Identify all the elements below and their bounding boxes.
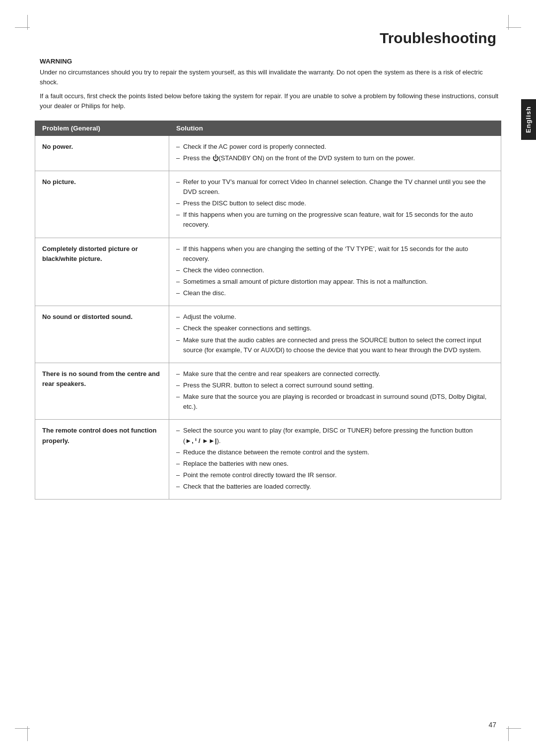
solution-remote-control: Select the source you want to play (for … (169, 420, 501, 500)
solution-item: Check the speaker connections and settin… (176, 323, 494, 333)
warning-line-1: Under no circumstances should you try to… (40, 67, 501, 87)
solution-item: Make sure that the source you are playin… (176, 392, 494, 412)
solution-item: Adjust the volume. (176, 312, 494, 322)
corner-mark-tr-h (506, 27, 521, 28)
table-row: There is no sound from the centre and re… (35, 363, 501, 420)
solution-item: Press the DISC button to select disc mod… (176, 198, 494, 208)
solution-item: Refer to your TV’s manual for correct Vi… (176, 177, 494, 197)
page-number: 47 (488, 721, 496, 729)
col-solution-header: Solution (169, 121, 501, 135)
solution-item: Make sure that the centre and rear speak… (176, 369, 494, 379)
solution-item: If this happens when you are turning on … (176, 210, 494, 230)
solution-item: Press the SURR. button to select a corre… (176, 380, 494, 390)
solution-item: Check the video connection. (176, 265, 494, 275)
problem-distorted-picture: Completely distorted picture or black/wh… (35, 238, 169, 306)
corner-mark-br-h (506, 728, 521, 729)
solution-item: Select the source you want to play (for … (176, 426, 494, 445)
solution-item: Make sure that the audio cables are conn… (176, 335, 494, 355)
solution-item: Sometimes a small amount of picture dist… (176, 277, 494, 287)
solution-item: Replace the batteries with new ones. (176, 459, 494, 469)
warning-line-2: If a fault occurs, first check the point… (40, 91, 501, 111)
solution-item: Clean the disc. (176, 288, 494, 298)
solution-item: Check if the AC power cord is properly c… (176, 142, 494, 152)
problem-no-picture: No picture. (35, 171, 169, 238)
solution-item: Point the remote control directly toward… (176, 470, 494, 480)
page-title: Troubleshooting (35, 30, 501, 47)
solution-item: If this happens when you are changing th… (176, 244, 494, 264)
table-row: No power. Check if the AC power cord is … (35, 135, 501, 171)
solution-item: Press the ⏻(STANDBY ON) on the front of … (176, 153, 494, 163)
problem-no-sound: No sound or distorted sound. (35, 306, 169, 363)
problem-remote-control: The remote control does not function pro… (35, 420, 169, 500)
problem-no-power: No power. (35, 135, 169, 171)
warning-label: WARNING (40, 58, 501, 65)
warning-section: WARNING Under no circumstances should yo… (35, 58, 501, 112)
page: English 47 Troubleshooting WARNING Under… (0, 0, 536, 756)
table-row: The remote control does not function pro… (35, 420, 501, 500)
solution-no-picture: Refer to your TV’s manual for correct Vi… (169, 171, 501, 238)
solution-item: Reduce the distance between the remote c… (176, 447, 494, 457)
solution-item: Check that the batteries are loaded corr… (176, 482, 494, 492)
solution-no-power: Check if the AC power cord is properly c… (169, 135, 501, 171)
table-row: No picture. Refer to your TV’s manual fo… (35, 171, 501, 238)
solution-distorted-picture: If this happens when you are changing th… (169, 238, 501, 306)
col-problem-header: Problem (General) (35, 121, 169, 135)
table-row: No sound or distorted sound. Adjust the … (35, 306, 501, 363)
problem-no-surround-sound: There is no sound from the centre and re… (35, 363, 169, 420)
table-row: Completely distorted picture or black/wh… (35, 238, 501, 306)
corner-mark-tl-h (15, 27, 30, 28)
solution-no-sound: Adjust the volume. Check the speaker con… (169, 306, 501, 363)
language-tab: English (521, 99, 536, 140)
corner-mark-bl-h (15, 728, 30, 729)
troubleshooting-table: Problem (General) Solution No power. Che… (35, 121, 501, 500)
solution-no-surround-sound: Make sure that the centre and rear speak… (169, 363, 501, 420)
